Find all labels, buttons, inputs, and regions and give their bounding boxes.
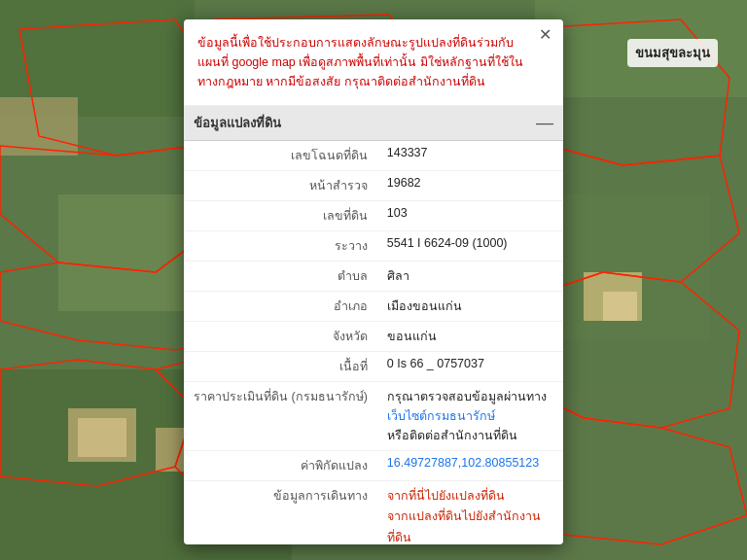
- table-row: หน้าสำรวจ 19682: [184, 171, 563, 201]
- field-label: ข้อมูลการเดินทาง: [184, 481, 377, 545]
- field-label: จังหวัด: [184, 322, 377, 352]
- route-to-office-link[interactable]: จากแปลงที่ดินไปยังสำนักงานที่ดิน: [387, 507, 553, 544]
- parcel-info-table: เลขโฉนดที่ดิน 143337 หน้าสำรวจ 19682 เลข…: [184, 141, 563, 544]
- route-from-here-link[interactable]: จากที่นี่ไปยังแปลงที่ดิน: [387, 486, 553, 507]
- table-row: อำเภอ เมืองขอนแก่น: [184, 292, 563, 322]
- table-row: เลขโฉนดที่ดิน 143337: [184, 141, 563, 171]
- field-value: ขอนแก่น: [377, 322, 563, 352]
- field-label: เลขโฉนดที่ดิน: [184, 141, 377, 171]
- field-label: ค่าพิกัดแปลง: [184, 451, 377, 481]
- table-row: ระวาง 5541 I 6624-09 (1000): [184, 231, 563, 262]
- table-row: ค่าพิกัดแปลง 16.49727887,102.80855123: [184, 451, 563, 481]
- field-value: 103: [377, 201, 563, 231]
- table-row: จังหวัด ขอนแก่น: [184, 322, 563, 352]
- parcel-section-toggle: —: [536, 113, 553, 133]
- parcel-section-title: ข้อมูลแปลงที่ดิน: [194, 113, 281, 133]
- field-value: 5541 I 6624-09 (1000): [377, 231, 563, 262]
- parcel-section-header[interactable]: ข้อมูลแปลงที่ดิน —: [184, 106, 563, 141]
- field-label: ตำบล: [184, 262, 377, 292]
- field-label: ราคาประเมินที่ดิน (กรมธนารักษ์): [184, 382, 377, 451]
- info-dialog: ✕ ข้อมูลนี้เพื่อใช้ประกอบการแสดงลักษณะรู…: [184, 19, 563, 544]
- field-label: เลขที่ดิน: [184, 201, 377, 231]
- treasury-link[interactable]: เว็บไซต์กรมธนารักษ์: [387, 409, 495, 423]
- field-value: จากที่นี่ไปยังแปลงที่ดิน จากแปลงที่ดินไป…: [377, 481, 563, 545]
- field-value: เมืองขอนแก่น: [377, 292, 563, 322]
- close-x-button[interactable]: ✕: [535, 25, 555, 45]
- field-label: ระวาง: [184, 231, 377, 262]
- table-row: เนื้อที่ 0 Is 66 _ 0757037: [184, 352, 563, 382]
- table-row: เลขที่ดิน 103: [184, 201, 563, 231]
- dialog-overlay: ✕ ข้อมูลนี้เพื่อใช้ประกอบการแสดงลักษณะรู…: [0, 0, 747, 560]
- field-label: อำเภอ: [184, 292, 377, 322]
- field-value: 16.49727887,102.80855123: [377, 451, 563, 481]
- table-row: ข้อมูลการเดินทาง จากที่นี่ไปยังแปลงที่ดิ…: [184, 481, 563, 545]
- coords-link[interactable]: 16.49727887,102.80855123: [387, 456, 539, 470]
- field-value: 0 Is 66 _ 0757037: [377, 352, 563, 382]
- field-value: 143337: [377, 141, 563, 171]
- field-label: หน้าสำรวจ: [184, 171, 377, 201]
- notice-text: ข้อมูลนี้เพื่อใช้ประกอบการแสดงลักษณะรูปแ…: [184, 19, 563, 106]
- field-value: 19682: [377, 171, 563, 201]
- field-label: เนื้อที่: [184, 352, 377, 382]
- table-row: ราคาประเมินที่ดิน (กรมธนารักษ์) กรุณาตรว…: [184, 382, 563, 451]
- field-value: กรุณาตรวจสอบข้อมูลผ่านทาง เว็บไซต์กรมธนา…: [377, 382, 563, 451]
- field-value: ศิลา: [377, 262, 563, 292]
- table-row: ตำบล ศิลา: [184, 262, 563, 292]
